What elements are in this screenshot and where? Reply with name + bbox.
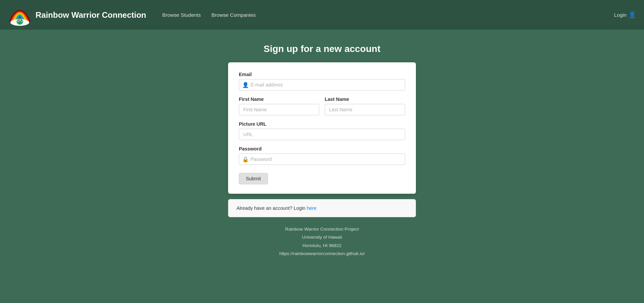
nav-browse-companies[interactable]: Browse Companies bbox=[212, 12, 256, 18]
login-label: Login bbox=[614, 12, 627, 18]
password-input[interactable] bbox=[239, 154, 405, 165]
svg-point-5 bbox=[21, 19, 22, 21]
submit-button[interactable]: Submit bbox=[239, 173, 268, 184]
login-nav-button[interactable]: Login 👤 bbox=[614, 11, 636, 18]
svg-point-1 bbox=[16, 18, 23, 25]
first-name-label: First Name bbox=[239, 97, 319, 102]
svg-point-4 bbox=[17, 19, 19, 21]
last-name-label: Last Name bbox=[325, 97, 405, 102]
password-group: Password 🔒 bbox=[239, 146, 405, 165]
email-label: Email bbox=[239, 72, 405, 77]
password-input-wrapper: 🔒 bbox=[239, 154, 405, 165]
login-prompt-card: Already have an account? Login here bbox=[228, 199, 416, 217]
first-name-input[interactable] bbox=[239, 104, 319, 115]
footer-link-wrapper: https://rainbowwarriorconnection.github.… bbox=[279, 250, 365, 258]
navbar-brand[interactable]: Rainbow Warrior Connection bbox=[8, 3, 146, 27]
brand-name: Rainbow Warrior Connection bbox=[36, 10, 146, 20]
nav-browse-students[interactable]: Browse Students bbox=[162, 12, 201, 18]
email-group: Email 👤 bbox=[239, 72, 405, 90]
user-icon: 👤 bbox=[629, 11, 636, 18]
footer-link[interactable]: https://rainbowwarriorconnection.github.… bbox=[279, 251, 365, 256]
email-input[interactable] bbox=[239, 79, 405, 90]
email-input-wrapper: 👤 bbox=[239, 79, 405, 90]
signup-form-card: Email 👤 First Name Last Name Picture URL bbox=[228, 62, 416, 194]
picture-url-input[interactable] bbox=[239, 129, 405, 140]
last-name-input[interactable] bbox=[325, 104, 405, 115]
footer: Rainbow Warrior Connection Project Unive… bbox=[273, 217, 372, 263]
page-title: Sign up for a new account bbox=[264, 44, 380, 54]
login-prompt-text: Already have an account? Login bbox=[236, 205, 307, 211]
password-label: Password bbox=[239, 146, 405, 152]
brand-logo bbox=[8, 3, 32, 27]
picture-url-group: Picture URL bbox=[239, 121, 405, 140]
footer-line1: Rainbow Warrior Connection Project bbox=[279, 225, 365, 233]
picture-url-label: Picture URL bbox=[239, 121, 405, 127]
login-here-link[interactable]: here bbox=[307, 205, 317, 211]
footer-line3: Honolulu, HI 96822 bbox=[279, 242, 365, 250]
svg-point-6 bbox=[19, 21, 19, 22]
footer-line2: University of Hawaii bbox=[279, 233, 365, 241]
navbar: Rainbow Warrior Connection Browse Studen… bbox=[0, 0, 644, 30]
first-name-group: First Name bbox=[239, 97, 319, 115]
svg-point-7 bbox=[20, 21, 21, 22]
last-name-group: Last Name bbox=[325, 97, 405, 115]
navbar-links: Browse Students Browse Companies bbox=[162, 12, 256, 18]
main-content: Sign up for a new account Email 👤 First … bbox=[0, 30, 644, 303]
name-row: First Name Last Name bbox=[239, 97, 405, 121]
